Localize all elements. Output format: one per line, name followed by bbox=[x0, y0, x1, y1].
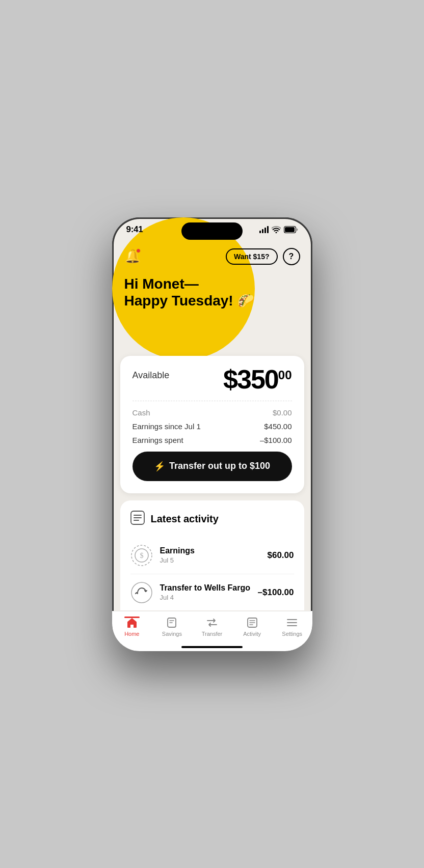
status-icons bbox=[259, 226, 298, 233]
activity-item-name: Earnings bbox=[160, 546, 260, 555]
nav-savings-label: Savings bbox=[162, 631, 182, 637]
savings-icon bbox=[166, 617, 178, 629]
earnings-since-label: Earnings since Jul 1 bbox=[132, 422, 201, 431]
header-top-row: 🔔 Want $15? ? bbox=[124, 248, 300, 265]
nav-transfer[interactable]: Transfer bbox=[192, 617, 232, 637]
cash-label: Cash bbox=[132, 408, 150, 417]
notification-bell-button[interactable]: 🔔 bbox=[124, 248, 141, 264]
activity-item-info: Transfer to Wells Fargo Jul 4 bbox=[160, 583, 251, 601]
transfer-icon bbox=[130, 581, 153, 604]
nav-activity[interactable]: Activity bbox=[232, 617, 272, 637]
header-right-buttons: Want $15? ? bbox=[226, 248, 300, 265]
bolt-icon: ⚡ bbox=[154, 461, 165, 472]
phone-frame: 9:41 bbox=[112, 217, 312, 651]
activity-item[interactable]: Transfer to Wells Fargo Jul 4 –$100.00 bbox=[130, 574, 294, 610]
earnings-spent-label: Earnings spent bbox=[132, 436, 183, 444]
nav-savings[interactable]: Savings bbox=[152, 617, 192, 637]
battery-icon bbox=[284, 226, 298, 233]
activity-item-amount: $60.00 bbox=[268, 550, 294, 561]
transfer-button-label: Transfer out up to $100 bbox=[169, 461, 270, 471]
status-time: 9:41 bbox=[126, 225, 143, 235]
nav-transfer-label: Transfer bbox=[202, 631, 223, 637]
available-label: Available bbox=[132, 370, 170, 381]
transfer-icon-wrap bbox=[130, 581, 153, 604]
balance-card: Available $35000 Cash $0.00 Earnings sin… bbox=[120, 356, 304, 493]
signal-bars-icon bbox=[259, 226, 269, 233]
nav-settings-label: Settings bbox=[282, 631, 302, 637]
home-icon bbox=[126, 617, 138, 629]
earnings-icon: $ bbox=[130, 544, 153, 567]
activity-section: Latest activity $ Earnings Jul 5 $60.00 bbox=[120, 500, 304, 610]
activity-item-date: Jul 4 bbox=[160, 594, 251, 601]
activity-item-date: Jul 5 bbox=[160, 556, 260, 564]
settings-icon bbox=[286, 617, 298, 629]
home-active-indicator bbox=[124, 617, 140, 618]
want-money-button[interactable]: Want $15? bbox=[226, 248, 278, 265]
svg-text:$: $ bbox=[140, 552, 143, 559]
available-row: Available $35000 bbox=[132, 366, 292, 393]
svg-point-9 bbox=[131, 582, 152, 603]
activity-header-icon bbox=[130, 511, 145, 528]
earnings-spent-row: Earnings spent –$100.00 bbox=[132, 436, 292, 444]
transfer-nav-icon bbox=[206, 617, 218, 629]
nav-activity-label: Activity bbox=[243, 631, 261, 637]
nav-home-label: Home bbox=[124, 631, 139, 637]
earnings-since-value: $450.00 bbox=[264, 422, 292, 431]
balance-cents: 00 bbox=[278, 368, 292, 381]
balance-amount: $35000 bbox=[223, 366, 292, 393]
earnings-since-row: Earnings since Jul 1 $450.00 bbox=[132, 422, 292, 431]
earnings-icon-wrap: $ bbox=[130, 544, 153, 567]
activity-nav-icon bbox=[246, 617, 258, 629]
help-button[interactable]: ? bbox=[283, 248, 300, 265]
nav-settings[interactable]: Settings bbox=[272, 617, 312, 637]
activity-item-amount: –$100.00 bbox=[258, 587, 294, 598]
activity-item-info: Earnings Jul 5 bbox=[160, 546, 260, 564]
divider bbox=[132, 401, 292, 401]
earnings-spent-value: –$100.00 bbox=[260, 436, 292, 444]
svg-rect-1 bbox=[285, 227, 295, 232]
transfer-button[interactable]: ⚡ Transfer out up to $100 bbox=[132, 452, 292, 481]
bottom-nav: Home Savings Transfer Activity bbox=[112, 611, 312, 651]
header-area: 🔔 Want $15? ? Hi Monet—Happy Tuesday! 🌮 bbox=[112, 244, 312, 356]
cash-row: Cash $0.00 bbox=[132, 408, 292, 417]
activity-title: Latest activity bbox=[151, 513, 219, 525]
activity-item-name: Transfer to Wells Fargo bbox=[160, 583, 251, 593]
cash-value: $0.00 bbox=[273, 408, 292, 417]
nav-home[interactable]: Home bbox=[112, 617, 152, 637]
notification-dot bbox=[136, 248, 141, 253]
wifi-icon bbox=[272, 226, 281, 233]
home-indicator bbox=[181, 646, 243, 648]
list-icon bbox=[130, 511, 145, 525]
dynamic-island bbox=[181, 222, 243, 240]
activity-header: Latest activity bbox=[130, 511, 294, 528]
activity-item[interactable]: $ Earnings Jul 5 $60.00 bbox=[130, 537, 294, 574]
scrollable-content: 🔔 Want $15? ? Hi Monet—Happy Tuesday! 🌮 … bbox=[112, 244, 312, 610]
greeting-text: Hi Monet—Happy Tuesday! 🌮 bbox=[124, 275, 300, 310]
